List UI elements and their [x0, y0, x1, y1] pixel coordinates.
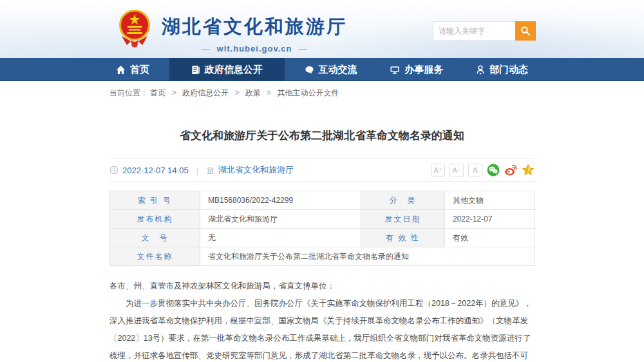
site-header: 湖北省文化和旅游厅 —wlt.hubei.gov.cn— [0, 0, 644, 58]
breadcrumb-separator: > [267, 88, 271, 97]
document-meta-table: 索 引 号 MB1568036/2022-42299 分 类 其他文物 发布机构… [109, 191, 535, 266]
meta-value-file-name: 省文化和旅游厅关于公布第二批湖北省革命文物名录的通知 [200, 247, 535, 266]
table-row: 文 号 无 有 效 性 有效 [110, 229, 535, 247]
nav-item-gov-info[interactable]: 政府信息公开 [169, 58, 285, 81]
meta-value-issue-date: 2022-12-07 [445, 210, 535, 229]
body-paragraph: 为进一步贯彻落实中共中央办公厅、国务院办公厅《关于实施革命文物保护利用工程（20… [109, 295, 535, 362]
document-icon [191, 65, 200, 75]
meta-label-doc-number: 文 号 [110, 229, 200, 247]
nav-item-department-news[interactable]: 部门动态 [463, 58, 541, 81]
table-row: 索 引 号 MB1568036/2022-42299 分 类 其他文物 [110, 191, 535, 210]
wechat-icon[interactable] [487, 164, 500, 176]
nav-item-home[interactable]: 首页 [103, 58, 162, 81]
article-datetime: 2022-12-07 14:05 [122, 166, 189, 175]
site-search [433, 21, 536, 41]
breadcrumb: 当前位置： 首页 > 政府信息公开 > 政策 > 其他主动公开文件 [109, 88, 535, 99]
chat-icon [305, 65, 314, 75]
nav-label: 首页 [130, 64, 149, 76]
favorite-star-icon[interactable] [522, 164, 535, 176]
breadcrumb-gov-info[interactable]: 政府信息公开 [182, 88, 229, 97]
main-nav: 首页 政府信息公开 互动交流 办事服务 [0, 58, 644, 81]
url-dash-right: — [298, 44, 307, 53]
nav-label: 互动交流 [319, 64, 357, 76]
weibo-icon[interactable] [504, 164, 517, 176]
salutation-paragraph: 各市、州、直管市及神农架林区文化和旅游局，省直文博单位： [109, 278, 535, 295]
font-reset-button[interactable]: A [468, 164, 482, 176]
site-url-text: wlt.hubei.gov.cn [217, 44, 292, 53]
article-meta-line: 2022-12-07 14:05 | 湖北省文化和旅游厅 A⁺ A⁻ A [109, 158, 535, 182]
meta-label-validity: 有 效 性 [361, 229, 445, 247]
meta-label-category: 分 类 [361, 191, 445, 210]
nav-item-services[interactable]: 办事服务 [377, 58, 456, 81]
breadcrumb-current[interactable]: 其他主动公开文件 [277, 88, 339, 97]
home-icon [116, 65, 126, 75]
breadcrumb-separator: > [234, 88, 239, 97]
national-emblem-logo [118, 8, 151, 49]
nav-item-interaction[interactable]: 互动交流 [292, 58, 370, 81]
site-brand: 湖北省文化和旅游厅 —wlt.hubei.gov.cn— [118, 8, 347, 53]
meta-value-publisher: 湖北省文化和旅游厅 [200, 210, 361, 229]
person-icon [476, 65, 485, 75]
breadcrumb-separator: > [172, 88, 176, 97]
clock-icon [109, 166, 118, 175]
breadcrumb-policy[interactable]: 政策 [245, 88, 261, 97]
article: 省文化和旅游厅关于公布第二批湖北省革命文物名录的通知 2022-12-07 14… [109, 128, 535, 362]
meta-label-issue-date: 发文日期 [361, 210, 445, 229]
table-row: 文件名称 省文化和旅游厅关于公布第二批湖北省革命文物名录的通知 [110, 247, 535, 266]
meta-label-file-name: 文件名称 [110, 247, 200, 266]
meta-value-index-number: MB1568036/2022-42299 [200, 191, 361, 210]
nav-label: 部门动态 [489, 64, 528, 76]
search-input[interactable] [433, 21, 515, 41]
article-title: 省文化和旅游厅关于公布第二批湖北省革命文物名录的通知 [109, 128, 535, 143]
document-body: 各市、州、直管市及神农架林区文化和旅游局，省直文博单位： 为进一步贯彻落实中共中… [109, 278, 535, 362]
source-building-icon [206, 166, 214, 175]
article-source[interactable]: 湖北省文化和旅游厅 [218, 164, 294, 176]
search-icon [520, 26, 531, 36]
breadcrumb-home[interactable]: 首页 [150, 88, 166, 97]
meta-value-category: 其他文物 [445, 191, 535, 210]
meta-label-index-number: 索 引 号 [110, 191, 200, 210]
nav-label: 政府信息公开 [205, 64, 263, 76]
monitor-icon [390, 65, 400, 75]
font-larger-button[interactable]: A⁺ [431, 164, 445, 176]
table-row: 发布机构 湖北省文化和旅游厅 发文日期 2022-12-07 [110, 210, 535, 229]
search-button[interactable] [515, 21, 536, 41]
meta-divider: | [196, 166, 198, 175]
url-dash-left: — [202, 44, 211, 53]
meta-value-doc-number: 无 [200, 229, 361, 247]
meta-value-validity: 有效 [445, 229, 535, 247]
site-title: 湖北省文化和旅游厅 [162, 14, 347, 40]
meta-label-publisher: 发布机构 [110, 210, 200, 229]
site-url: —wlt.hubei.gov.cn— [162, 44, 347, 53]
nav-label: 办事服务 [404, 64, 443, 76]
breadcrumb-label: 当前位置： [109, 88, 148, 97]
font-smaller-button[interactable]: A⁻ [450, 164, 464, 176]
